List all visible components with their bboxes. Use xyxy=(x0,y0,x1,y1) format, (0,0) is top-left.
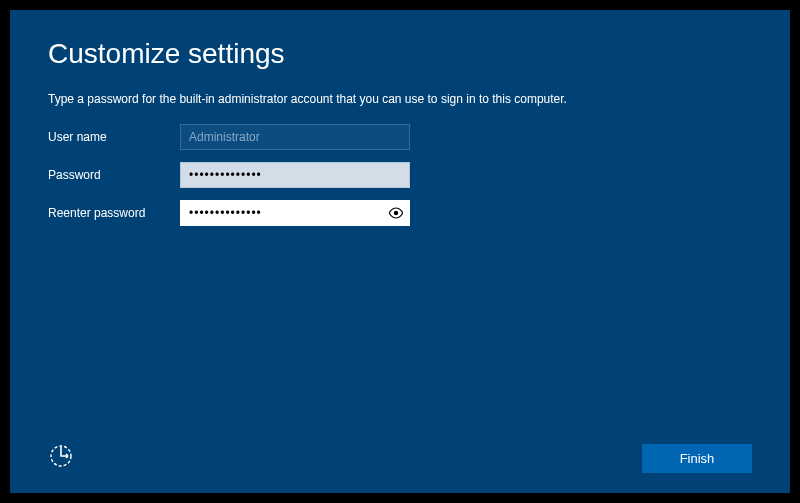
password-input-wrap xyxy=(180,162,410,188)
accessibility-icon[interactable] xyxy=(48,443,74,473)
finish-button[interactable]: Finish xyxy=(642,444,752,473)
setup-window: Customize settings Type a password for t… xyxy=(10,10,790,493)
spacer xyxy=(48,238,752,443)
username-input[interactable] xyxy=(180,124,410,150)
instruction-text: Type a password for the built-in adminis… xyxy=(48,92,752,106)
password-input[interactable] xyxy=(180,162,410,188)
reenter-row: Reenter password xyxy=(48,200,752,226)
reenter-label: Reenter password xyxy=(48,206,180,220)
svg-point-0 xyxy=(394,211,398,215)
username-row: User name xyxy=(48,124,752,150)
page-title: Customize settings xyxy=(48,38,752,70)
password-label: Password xyxy=(48,168,180,182)
password-row: Password xyxy=(48,162,752,188)
username-input-wrap xyxy=(180,124,410,150)
footer: Finish xyxy=(48,443,752,473)
username-label: User name xyxy=(48,130,180,144)
reenter-password-input[interactable] xyxy=(180,200,410,226)
reenter-input-wrap xyxy=(180,200,410,226)
